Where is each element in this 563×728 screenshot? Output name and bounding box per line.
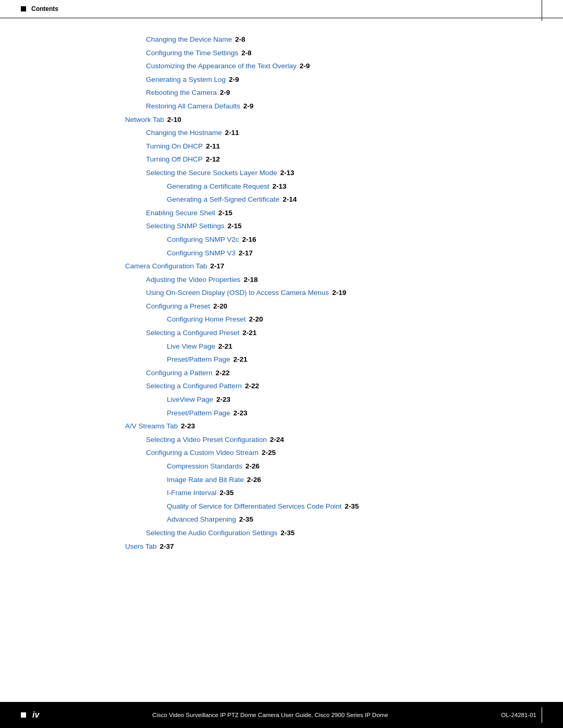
toc-page-number: 2-18 [243, 274, 258, 286]
toc-item: Image Rate and Bit Rate2-26 [21, 474, 542, 486]
toc-link[interactable]: Configuring a Custom Video Stream [146, 447, 259, 459]
toc-page-number: 2-23 [216, 394, 230, 405]
toc-link[interactable]: Rebooting the Camera [146, 87, 217, 98]
toc-link[interactable]: Using On-Screen Display (OSD) to Access … [146, 287, 329, 299]
toc-item: Configuring SNMP V32-17 [21, 248, 542, 259]
toc-link[interactable]: Turning Off DHCP [146, 154, 203, 165]
toc-item: Configuring a Preset2-20 [21, 301, 542, 312]
toc-item: Advanced Sharpening2-35 [21, 514, 542, 525]
toc-page-number: 2-17 [239, 248, 253, 259]
toc-item: Generating a Self-Signed Certificate2-14 [21, 194, 542, 205]
toc-page-number: 2-20 [249, 314, 263, 325]
toc-link[interactable]: Configuring the Time Settings [146, 47, 238, 59]
toc-page-number: 2-37 [160, 541, 174, 552]
toc-item: Restoring All Camera Defaults2-9 [21, 101, 542, 112]
toc-item: Quality of Service for Differentiated Se… [21, 501, 542, 512]
toc-link[interactable]: Turning On DHCP [146, 141, 203, 152]
toc-item: Configuring a Pattern2-22 [21, 367, 542, 379]
footer-right-line [542, 707, 542, 723]
toc-link[interactable]: Network Tab [125, 114, 164, 126]
toc-item: Preset/Pattern Page2-23 [21, 408, 542, 419]
toc-item: Rebooting the Camera2-9 [21, 87, 542, 98]
toc-page-number: 2-11 [225, 127, 239, 139]
toc-link[interactable]: Selecting the Secure Sockets Layer Mode [146, 167, 277, 179]
toc-link[interactable]: Generating a Certificate Request [167, 181, 270, 192]
toc-link[interactable]: I-Frame Interval [167, 487, 216, 499]
toc-item: Changing the Device Name2-8 [21, 34, 542, 45]
toc-page-number: 2-25 [262, 447, 276, 459]
toc-item: Turning Off DHCP2-12 [21, 154, 542, 165]
toc-link[interactable]: Selecting a Configured Preset [146, 327, 239, 339]
toc-link[interactable]: Selecting the Audio Configuration Settin… [146, 527, 277, 539]
toc-link[interactable]: Live View Page [167, 341, 215, 352]
toc-link[interactable]: Advanced Sharpening [167, 514, 236, 525]
toc-page-number: 2-26 [247, 474, 261, 486]
top-bar-label: Contents [31, 5, 58, 13]
toc-item: Users Tab2-37 [21, 541, 542, 552]
toc-content: Changing the Device Name2-8Configuring t… [0, 18, 563, 596]
toc-link[interactable]: Changing the Hostname [146, 127, 222, 139]
toc-link[interactable]: Configuring a Pattern [146, 367, 213, 379]
toc-item: Compression Standards2-26 [21, 461, 542, 472]
toc-page-number: 2-8 [235, 34, 246, 45]
footer-page-number: iv [32, 710, 39, 720]
toc-page-number: 2-21 [242, 327, 256, 339]
toc-item: Selecting a Configured Pattern2-22 [21, 380, 542, 392]
toc-page-number: 2-35 [219, 487, 234, 499]
toc-link[interactable]: Adjusting the Video Properties [146, 274, 240, 286]
toc-page-number: 2-9 [243, 101, 254, 112]
toc-page-number: 2-9 [220, 87, 230, 98]
toc-link[interactable]: Preset/Pattern Page [167, 354, 230, 365]
toc-link[interactable]: A/V Streams Tab [125, 421, 178, 432]
toc-item: Network Tab2-10 [21, 114, 542, 126]
toc-page-number: 2-22 [245, 380, 259, 392]
toc-page-number: 2-10 [167, 114, 181, 126]
top-right-line [542, 0, 542, 21]
toc-page-number: 2-23 [234, 408, 248, 419]
toc-link[interactable]: Generating a System Log [146, 74, 226, 85]
toc-item: Configuring Home Preset2-20 [21, 314, 542, 325]
footer-left: iv [21, 710, 39, 720]
toc-item: Preset/Pattern Page2-21 [21, 354, 542, 365]
toc-page-number: 2-35 [345, 501, 359, 512]
toc-link[interactable]: Quality of Service for Differentiated Se… [167, 501, 341, 512]
toc-link[interactable]: Camera Configuration Tab [125, 261, 207, 272]
toc-link[interactable]: Selecting a Configured Pattern [146, 380, 242, 392]
toc-page-number: 2-9 [229, 74, 239, 85]
toc-page-number: 2-8 [241, 47, 252, 59]
toc-page-number: 2-13 [280, 167, 294, 179]
toc-link[interactable]: Configuring a Preset [146, 301, 210, 312]
toc-link[interactable]: Preset/Pattern Page [167, 408, 230, 419]
toc-page-number: 2-9 [300, 60, 310, 72]
toc-page-number: 2-13 [273, 181, 287, 192]
toc-link[interactable]: Configuring SNMP V3 [167, 248, 236, 259]
toc-link[interactable]: Customizing the Appearance of the Text O… [146, 60, 297, 72]
toc-link[interactable]: Configuring Home Preset [167, 314, 246, 325]
toc-page-number: 2-19 [332, 287, 346, 299]
toc-link[interactable]: LiveView Page [167, 394, 213, 405]
toc-link[interactable]: Users Tab [125, 541, 157, 552]
footer-square [21, 712, 26, 718]
toc-item: Selecting the Audio Configuration Settin… [21, 527, 542, 539]
toc-page-number: 2-21 [218, 341, 232, 352]
toc-link[interactable]: Selecting SNMP Settings [146, 220, 225, 232]
toc-page-number: 2-16 [242, 234, 256, 245]
toc-item: Generating a Certificate Request2-13 [21, 181, 542, 192]
toc-link[interactable]: Image Rate and Bit Rate [167, 474, 244, 486]
toc-item: Selecting SNMP Settings2-15 [21, 220, 542, 232]
toc-item: Adjusting the Video Properties2-18 [21, 274, 542, 286]
toc-page-number: 2-35 [239, 514, 253, 525]
toc-link[interactable]: Selecting a Video Preset Configuration [146, 434, 267, 446]
toc-item: Selecting a Configured Preset2-21 [21, 327, 542, 339]
toc-link[interactable]: Restoring All Camera Defaults [146, 101, 240, 112]
toc-page-number: 2-26 [246, 461, 260, 472]
toc-link[interactable]: Generating a Self-Signed Certificate [167, 194, 279, 205]
toc-link[interactable]: Enabling Secure Shell [146, 207, 215, 219]
toc-item: LiveView Page2-23 [21, 394, 542, 405]
toc-link[interactable]: Compression Standards [167, 461, 242, 472]
toc-link[interactable]: Changing the Device Name [146, 34, 232, 45]
toc-item: Selecting the Secure Sockets Layer Mode2… [21, 167, 542, 179]
toc-item: Camera Configuration Tab2-17 [21, 261, 542, 272]
footer: iv Cisco Video Surveillance IP PTZ Dome … [0, 702, 563, 728]
toc-link[interactable]: Configuring SNMP V2c [167, 234, 239, 245]
